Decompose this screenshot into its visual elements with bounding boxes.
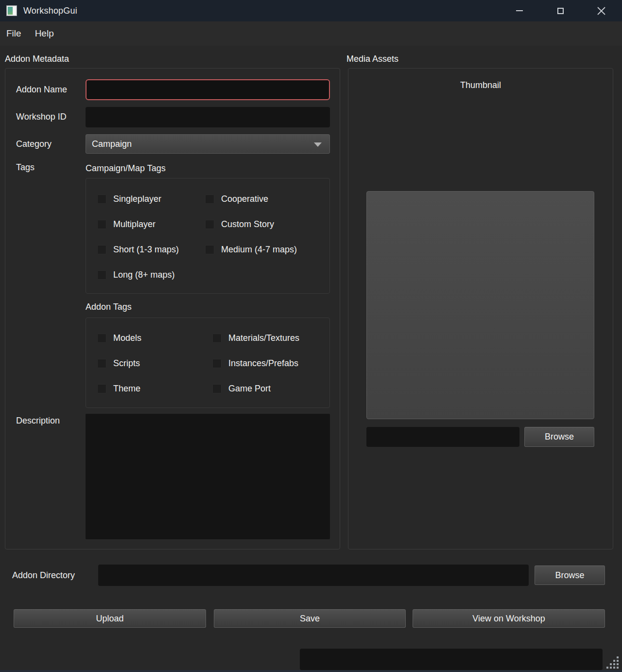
maximize-icon <box>557 8 564 14</box>
checkbox-box[interactable] <box>205 245 214 254</box>
checkbox-label: Long (8+ maps) <box>113 270 175 280</box>
chevron-down-icon <box>314 142 322 147</box>
addon-metadata-section-title: Addon Metadata <box>5 54 69 64</box>
thumbnail-browse-button[interactable]: Browse <box>524 427 594 447</box>
campaign-map-tags-title: Campaign/Map Tags <box>86 163 166 174</box>
checkbox-box[interactable] <box>205 195 214 204</box>
resize-grip-icon[interactable] <box>606 656 620 670</box>
view-on-workshop-button[interactable]: View on Workshop <box>413 609 605 628</box>
tags-label: Tags <box>16 162 35 173</box>
addon-tags-title: Addon Tags <box>86 302 132 312</box>
status-box <box>300 649 603 670</box>
checkbox-box[interactable] <box>205 220 214 229</box>
addon-directory-label: Addon Directory <box>12 565 75 586</box>
checkbox-cooperative[interactable]: Cooperative <box>205 186 329 212</box>
close-icon <box>597 7 605 15</box>
campaign-map-tags-group: Singleplayer Cooperative Multiplayer Cus… <box>86 178 330 294</box>
maximize-button[interactable] <box>549 0 571 21</box>
addon-tags-group: Models Materials/Textures Scripts Instan… <box>86 318 330 408</box>
checkbox-label: Scripts <box>113 358 140 369</box>
menu-file[interactable]: File <box>0 21 28 46</box>
checkbox-models[interactable]: Models <box>97 325 212 351</box>
menubar: File Help <box>0 21 622 46</box>
checkbox-label: Multiplayer <box>113 219 156 230</box>
addon-name-input[interactable] <box>86 79 330 100</box>
checkbox-label: Custom Story <box>221 219 274 230</box>
checkbox-singleplayer[interactable]: Singleplayer <box>97 186 205 212</box>
workshop-id-input[interactable] <box>86 107 330 127</box>
save-button[interactable]: Save <box>214 609 406 628</box>
checkbox-short-maps[interactable]: Short (1-3 maps) <box>97 237 205 262</box>
window-bottom-edge <box>0 670 622 672</box>
thumbnail-path-input[interactable] <box>366 427 519 447</box>
app-icon-image-part <box>13 7 16 15</box>
checkbox-scripts[interactable]: Scripts <box>97 351 212 376</box>
checkbox-instances-prefabs[interactable]: Instances/Prefabs <box>212 351 329 376</box>
checkbox-medium-maps[interactable]: Medium (4-7 maps) <box>205 237 329 262</box>
workshop-id-label: Workshop ID <box>16 112 67 122</box>
titlebar: WorkshopGui <box>0 0 622 21</box>
media-assets-section-title: Media Assets <box>346 54 398 64</box>
checkbox-box[interactable] <box>212 334 222 343</box>
window-title: WorkshopGui <box>23 6 77 16</box>
addon-name-label: Addon Name <box>16 85 67 95</box>
thumbnail-preview <box>366 191 594 419</box>
description-label: Description <box>16 416 60 426</box>
addon-directory-input[interactable] <box>98 565 529 586</box>
checkbox-label: Medium (4-7 maps) <box>221 245 297 255</box>
minimize-icon <box>516 10 523 11</box>
app-window: WorkshopGui File Help Addon Metadata Med… <box>0 0 622 672</box>
window-controls <box>490 0 612 21</box>
checkbox-materials-textures[interactable]: Materials/Textures <box>212 325 329 351</box>
category-selected-value: Campaign <box>92 139 132 149</box>
checkbox-label: Short (1-3 maps) <box>113 245 179 255</box>
checkbox-custom-story[interactable]: Custom Story <box>205 212 329 237</box>
addon-directory-browse-button[interactable]: Browse <box>535 566 605 585</box>
checkbox-label: Materials/Textures <box>228 333 299 343</box>
checkbox-box[interactable] <box>97 245 106 254</box>
addon-metadata-groupbox: Addon Name Workshop ID Category Campaign… <box>5 68 340 549</box>
description-textarea[interactable] <box>86 414 330 539</box>
app-icon-image-part <box>8 7 13 15</box>
checkbox-box[interactable] <box>97 220 106 229</box>
checkbox-label: Cooperative <box>221 194 268 204</box>
minimize-button[interactable] <box>508 0 531 21</box>
menu-help[interactable]: Help <box>28 21 61 46</box>
app-icon <box>6 5 17 16</box>
checkbox-box[interactable] <box>97 359 106 368</box>
thumbnail-label: Thumbnail <box>348 80 613 90</box>
category-dropdown[interactable]: Campaign <box>86 134 330 154</box>
checkbox-label: Models <box>113 333 141 343</box>
checkbox-box[interactable] <box>212 359 222 368</box>
checkbox-label: Instances/Prefabs <box>228 358 298 369</box>
checkbox-label: Theme <box>113 384 140 394</box>
checkbox-multiplayer[interactable]: Multiplayer <box>97 212 205 237</box>
checkbox-box[interactable] <box>97 195 106 204</box>
checkbox-long-maps[interactable]: Long (8+ maps) <box>97 262 205 287</box>
media-assets-groupbox: Thumbnail Browse <box>348 68 613 549</box>
checkbox-label: Game Port <box>228 384 271 394</box>
checkbox-box[interactable] <box>212 384 222 393</box>
checkbox-box[interactable] <box>97 384 106 393</box>
close-button[interactable] <box>590 0 612 21</box>
checkbox-label: Singleplayer <box>113 194 161 204</box>
upload-button[interactable]: Upload <box>14 609 206 628</box>
checkbox-game-port[interactable]: Game Port <box>212 376 329 401</box>
checkbox-box[interactable] <box>97 270 106 280</box>
category-label: Category <box>16 139 52 149</box>
checkbox-theme[interactable]: Theme <box>97 376 212 401</box>
checkbox-box[interactable] <box>97 334 106 343</box>
